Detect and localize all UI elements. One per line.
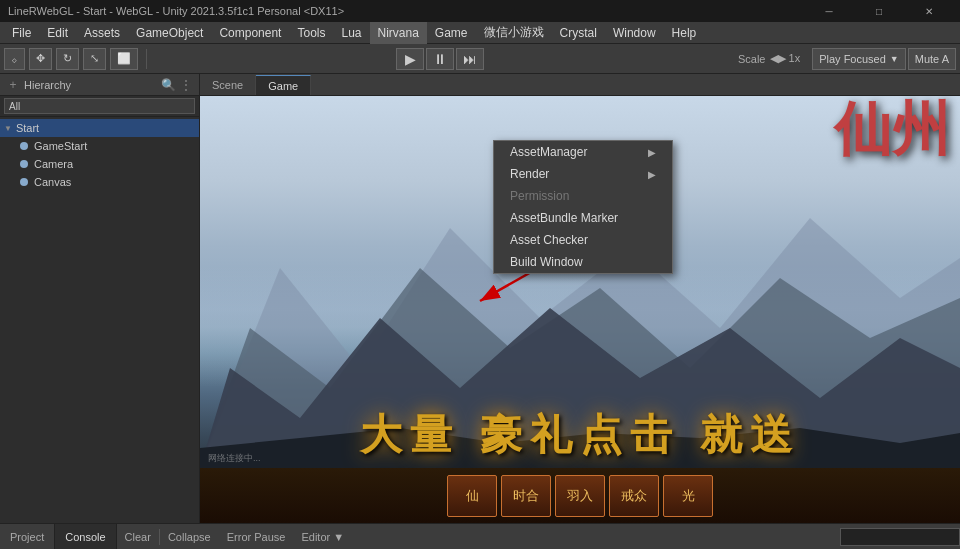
menu-window[interactable]: Window: [605, 22, 664, 44]
dropdown-item-assetmanager[interactable]: AssetManager ▶: [494, 141, 672, 163]
scene-area: Scene Game 仙州 大量 豪: [200, 74, 960, 523]
chinese-text-overlay: 大量 豪礼点击 就送: [200, 407, 960, 463]
scene-tabs: Scene Game: [200, 74, 960, 96]
main-promotional-text: 大量 豪礼点击 就送: [200, 407, 960, 463]
hierarchy-content: ▼ Start GameStart Camera Canvas: [0, 117, 199, 523]
hierarchy-search-input[interactable]: [4, 98, 195, 114]
banner-btn-5[interactable]: 光: [663, 475, 713, 517]
play-button[interactable]: ▶: [396, 48, 424, 70]
watermark-text: 网络连接中...: [208, 452, 261, 465]
toolbar-scale-btn[interactable]: ⤡: [83, 48, 106, 70]
window-title: LineRWebGL - Start - WebGL - Unity 2021.…: [8, 5, 344, 17]
menu-assets[interactable]: Assets: [76, 22, 128, 44]
scene-tab-scene[interactable]: Scene: [200, 75, 256, 95]
title-bar-buttons: ─ □ ✕: [806, 0, 952, 22]
dropdown-item-permission: Permission: [494, 185, 672, 207]
title-bar: LineRWebGL - Start - WebGL - Unity 2021.…: [0, 0, 960, 22]
hierarchy-dot-canvas: [20, 178, 28, 186]
play-controls: ▶ ⏸ ⏭: [396, 48, 484, 70]
hierarchy-item-camera[interactable]: Camera: [0, 155, 199, 173]
dropdown-item-render[interactable]: Render ▶: [494, 163, 672, 185]
hierarchy-label-start: Start: [16, 122, 39, 134]
dropdown-item-assetbundle[interactable]: AssetBundle Marker: [494, 207, 672, 229]
play-focused-dropdown[interactable]: Play Focused ▼: [812, 48, 906, 70]
main-layout: + Hierarchy 🔍 ⋮ ▼ Start GameStart Camera: [0, 74, 960, 523]
editor-dropdown-button[interactable]: Editor ▼: [293, 531, 352, 543]
collapse-button[interactable]: Collapse: [160, 531, 219, 543]
hierarchy-label-camera: Camera: [34, 158, 73, 170]
dropdown-item-buildwindow[interactable]: Build Window: [494, 251, 672, 273]
hierarchy-item-start[interactable]: ▼ Start: [0, 119, 199, 137]
bottom-bar: Project Console Clear Collapse Error Pau…: [0, 523, 960, 549]
game-viewport: 仙州 大量 豪礼点击 就送 网络连接中... 仙 时合 羽入 戒众 光: [200, 96, 960, 523]
dropdown-item-assetchecker[interactable]: Asset Checker: [494, 229, 672, 251]
console-search-input[interactable]: [840, 528, 960, 546]
toolbar-move-btn[interactable]: ✥: [29, 48, 52, 70]
menu-lua[interactable]: Lua: [333, 22, 369, 44]
bottom-tab-project[interactable]: Project: [0, 524, 55, 549]
toolbar-rect-btn[interactable]: ⬜: [110, 48, 138, 70]
menu-game[interactable]: Game: [427, 22, 476, 44]
nirvana-dropdown-menu: AssetManager ▶ Render ▶ Permission Asset…: [493, 140, 673, 274]
hierarchy-header: + Hierarchy 🔍 ⋮: [0, 74, 199, 96]
menu-tools[interactable]: Tools: [289, 22, 333, 44]
menu-edit[interactable]: Edit: [39, 22, 76, 44]
minimize-button[interactable]: ─: [806, 0, 852, 22]
hierarchy-options-btn[interactable]: ⋮: [179, 78, 193, 92]
maximize-button[interactable]: □: [856, 0, 902, 22]
menu-help[interactable]: Help: [664, 22, 705, 44]
menu-nirvana[interactable]: Nirvana: [370, 22, 427, 44]
scale-area: Scale ◀▶ 1x: [738, 52, 800, 65]
bottom-tab-console[interactable]: Console: [55, 524, 116, 549]
menu-wechat[interactable]: 微信小游戏: [476, 22, 552, 44]
banner-btn-1[interactable]: 仙: [447, 475, 497, 517]
error-pause-button[interactable]: Error Pause: [219, 531, 294, 543]
pause-button[interactable]: ⏸: [426, 48, 454, 70]
play-focused-arrow: ▼: [890, 54, 899, 64]
menu-crystal[interactable]: Crystal: [552, 22, 605, 44]
menu-bar: File Edit Assets GameObject Component To…: [0, 22, 960, 44]
menu-file[interactable]: File: [4, 22, 39, 44]
play-focused-area: Play Focused ▼ Mute A: [812, 48, 956, 70]
hierarchy-label-canvas: Canvas: [34, 176, 71, 188]
hierarchy-label-gamestart: GameStart: [34, 140, 87, 152]
banner-btn-2[interactable]: 时合: [501, 475, 551, 517]
clear-button[interactable]: Clear: [117, 531, 159, 543]
menu-gameobject[interactable]: GameObject: [128, 22, 211, 44]
hierarchy-panel: + Hierarchy 🔍 ⋮ ▼ Start GameStart Camera: [0, 74, 200, 523]
hierarchy-title: Hierarchy: [24, 79, 157, 91]
toolbar-sep-1: [146, 49, 147, 69]
hierarchy-dot-camera: [20, 160, 28, 168]
hierarchy-dot-gamestart: [20, 142, 28, 150]
menu-component[interactable]: Component: [211, 22, 289, 44]
scale-value: ◀▶ 1x: [770, 52, 801, 65]
scene-tab-game[interactable]: Game: [256, 75, 311, 95]
top-right-chinese-text: 仙州: [834, 101, 950, 159]
hierarchy-item-gamestart[interactable]: GameStart: [0, 137, 199, 155]
banner-btn-3[interactable]: 羽入: [555, 475, 605, 517]
toolbar: ⬦ ✥ ↻ ⤡ ⬜ ▶ ⏸ ⏭ Scale ◀▶ 1x Play Focused…: [0, 44, 960, 74]
banner-btn-4[interactable]: 戒众: [609, 475, 659, 517]
scale-label: Scale: [738, 53, 766, 65]
hierarchy-add-btn[interactable]: +: [6, 78, 20, 92]
dropdown-arrow-render: ▶: [648, 169, 656, 180]
mute-button[interactable]: Mute A: [908, 48, 956, 70]
toolbar-rotate-btn[interactable]: ↻: [56, 48, 79, 70]
hierarchy-item-canvas[interactable]: Canvas: [0, 173, 199, 191]
dropdown-arrow-assetmanager: ▶: [648, 147, 656, 158]
step-button[interactable]: ⏭: [456, 48, 484, 70]
expand-arrow: ▼: [4, 124, 12, 133]
toolbar-transform-btn[interactable]: ⬦: [4, 48, 25, 70]
bottom-banner: 仙 时合 羽入 戒众 光: [200, 468, 960, 523]
close-button[interactable]: ✕: [906, 0, 952, 22]
hierarchy-search-icon[interactable]: 🔍: [161, 78, 175, 92]
